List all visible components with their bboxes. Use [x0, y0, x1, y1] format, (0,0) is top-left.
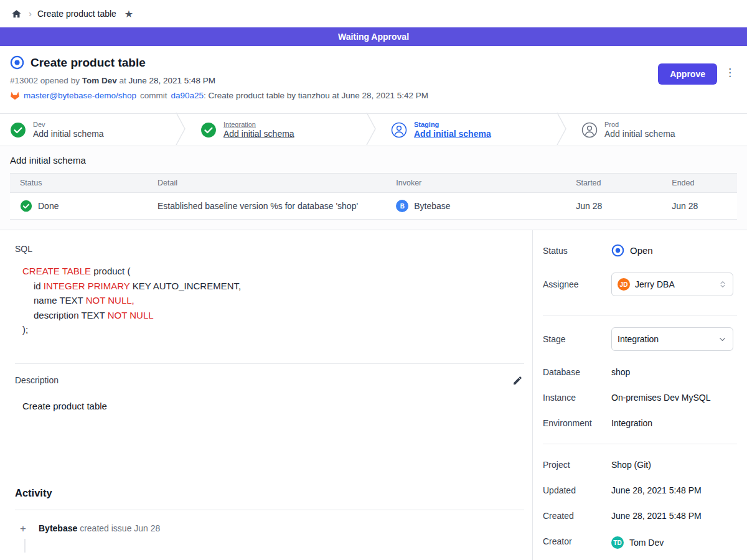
stage-env-label[interactable]: Staging [414, 121, 491, 128]
stage-task-label[interactable]: Add initial schema [223, 129, 294, 139]
favorite-star-icon[interactable]: ★ [125, 8, 133, 20]
issue-header: Create product table #13002 opened by To… [0, 46, 747, 113]
stage-staging[interactable]: Staging Add initial schema [376, 114, 557, 146]
stage-select[interactable]: Integration [611, 327, 733, 351]
issue-opened-at: June 28, 2021 5:48 PM [128, 76, 215, 85]
assignee-value: Jerry DBA [635, 279, 675, 289]
activity-timeline-connector [24, 539, 26, 553]
stage-env-label: Prod [604, 121, 675, 128]
created-value: June 28, 2021 5:48 PM [611, 511, 702, 521]
open-status-icon [611, 244, 624, 257]
issue-sidebar: Status Open Assignee JD Jerry DBA Stage [532, 230, 747, 560]
gitlab-icon [10, 91, 20, 100]
done-check-icon [20, 200, 32, 212]
task-detail: Established baseline version %s for data… [148, 193, 386, 220]
approval-banner-text: Waiting Approval [338, 32, 409, 42]
description-label: Description [15, 375, 59, 385]
stage-task-label: Add initial schema [33, 129, 104, 139]
description-content: Create product table [22, 401, 524, 411]
instance-value: On-premises Dev MySQL [611, 393, 710, 403]
activity-action: created issue [80, 523, 131, 533]
check-circle-icon [10, 122, 26, 138]
environment-label: Environment [543, 418, 611, 428]
sql-code-block: CREATE TABLE product ( id INTEGER PRIMAR… [15, 264, 524, 337]
chevron-right-icon: › [29, 8, 32, 19]
approve-button[interactable]: Approve [658, 63, 717, 85]
creator-value: Tom Dev [629, 538, 664, 548]
stage-separator [557, 113, 566, 147]
issue-detail-panel: SQL CREATE TABLE product ( id INTEGER PR… [0, 230, 532, 560]
stage-integration[interactable]: Integration Add initial schema [186, 114, 366, 146]
breadcrumb: › Create product table ★ [0, 0, 747, 27]
breadcrumb-title[interactable]: Create product table [37, 9, 116, 19]
stage-env-label[interactable]: Integration [223, 121, 294, 128]
divider [543, 444, 737, 444]
column-header-ended: Ended [662, 174, 737, 193]
page-title: Create product table [31, 56, 146, 70]
stage-separator [366, 113, 376, 147]
status-label: Status [543, 246, 611, 256]
pipeline-stages: Dev Add initial schema Integration Add i… [0, 113, 747, 146]
sql-label: SQL [15, 244, 524, 254]
edit-pencil-icon[interactable] [511, 374, 524, 387]
task-invoker: Bytebase [414, 201, 450, 211]
approval-banner: Waiting Approval [0, 27, 747, 46]
stage-task-label: Add initial schema [604, 129, 675, 139]
created-label: Created [543, 511, 611, 521]
instance-label: Instance [543, 393, 611, 403]
creator-avatar: TD [611, 536, 624, 549]
commit-hash-link[interactable]: da90a25 [171, 91, 204, 100]
plus-icon[interactable]: + [15, 523, 39, 535]
stage-value: Integration [618, 334, 659, 344]
task-row[interactable]: Done Established baseline version %s for… [10, 193, 737, 220]
assignee-label: Assignee [543, 279, 611, 289]
check-circle-icon [200, 122, 217, 138]
column-header-invoker: Invoker [386, 174, 566, 193]
divider [15, 363, 524, 364]
divider [543, 315, 737, 315]
activity-actor: Bytebase [39, 523, 77, 533]
environment-value: Integration [611, 418, 652, 428]
kebab-menu-icon[interactable]: ⋮ [725, 67, 735, 78]
project-label: Project [543, 460, 611, 470]
issue-meta: #13002 opened by Tom Dev at June 28, 202… [10, 76, 732, 85]
assignee-select[interactable]: JD Jerry DBA [611, 273, 733, 296]
stage-prod[interactable]: Prod Add initial schema [566, 114, 747, 146]
task-ended: Jun 28 [662, 193, 737, 220]
divider [15, 510, 524, 510]
commit-message: : Create product table by tianzhou at Ju… [204, 91, 428, 100]
database-label: Database [543, 367, 611, 377]
database-value: shop [611, 367, 630, 377]
home-icon[interactable] [10, 7, 23, 21]
column-header-status: Status [10, 174, 148, 193]
issue-author: Tom Dev [82, 76, 117, 85]
invoker-avatar: B [396, 200, 408, 212]
updated-value: June 28, 2021 5:48 PM [611, 485, 702, 495]
person-circle-icon [581, 122, 598, 138]
activity-heading: Activity [15, 487, 524, 499]
task-started: Jun 28 [566, 193, 662, 220]
status-value: Open [630, 245, 653, 256]
task-section: Add initial schema Status Detail Invoker… [0, 146, 747, 230]
task-table: Status Detail Invoker Started Ended Done… [10, 173, 737, 220]
person-circle-icon [391, 122, 407, 138]
issue-id: #13002 [10, 76, 38, 85]
chevron-down-icon [718, 335, 727, 344]
task-heading: Add initial schema [10, 155, 737, 166]
commit-line: master@bytebase-demo/shop commit da90a25… [10, 91, 732, 100]
activity-item: + Bytebase created issue Jun 28 [15, 523, 524, 535]
activity-date: Jun 28 [134, 523, 160, 533]
column-header-detail: Detail [148, 174, 386, 193]
column-header-started: Started [566, 174, 662, 193]
creator-label: Creator [543, 536, 611, 546]
stage-env-label: Dev [33, 121, 104, 128]
updown-chevrons-icon [718, 280, 727, 289]
project-value: Shop (Git) [611, 460, 651, 470]
stage-separator [176, 113, 186, 147]
task-status: Done [38, 201, 59, 211]
repo-branch-link[interactable]: master@bytebase-demo/shop [24, 91, 136, 100]
stage-task-label[interactable]: Add initial schema [414, 129, 491, 139]
stage-label: Stage [543, 334, 611, 344]
stage-dev[interactable]: Dev Add initial schema [0, 114, 176, 146]
assignee-avatar: JD [618, 278, 630, 291]
